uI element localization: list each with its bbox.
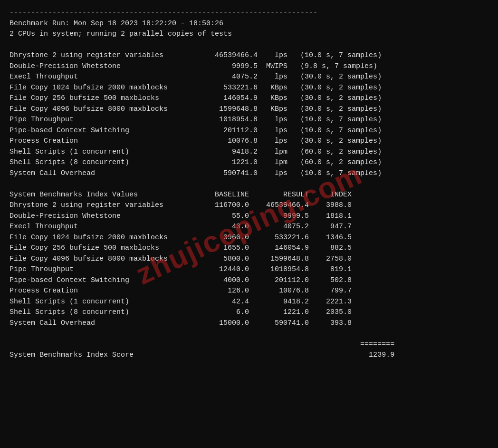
blank-3 — [10, 329, 488, 340]
index-table-row: Execl Throughput 43.0 4075.2 947.7 — [10, 222, 488, 233]
benchmark-row: Shell Scripts (1 concurrent) 9418.2 lpm … — [10, 147, 488, 158]
equals-line: ======== — [10, 340, 488, 351]
index-table-row: Double-Precision Whetstone 55.0 9999.5 1… — [10, 211, 488, 222]
benchmark-row: Execl Throughput 4075.2 lps (30.0 s, 2 s… — [10, 72, 488, 83]
index-table-row: Shell Scripts (1 concurrent) 42.4 9418.2… — [10, 297, 488, 308]
benchmark-row: File Copy 256 bufsize 500 maxblocks 1460… — [10, 93, 488, 104]
score-section: ========System Benchmarks Index Score 12… — [10, 340, 488, 361]
benchmarks-section: Dhrystone 2 using register variables 465… — [10, 50, 488, 179]
benchmark-row: Process Creation 10076.8 lps (30.0 s, 2 … — [10, 136, 488, 147]
benchmark-row: Double-Precision Whetstone 9999.5 MWIPS … — [10, 61, 488, 72]
index-table-header: System Benchmarks Index Values BASELINE … — [10, 190, 488, 201]
benchmark-row: Dhrystone 2 using register variables 465… — [10, 50, 488, 61]
index-table-section: System Benchmarks Index Values BASELINE … — [10, 190, 488, 329]
benchmark-row: Pipe Throughput 1018954.8 lps (10.0 s, 7… — [10, 115, 488, 126]
benchmark-row: File Copy 1024 bufsize 2000 maxblocks 53… — [10, 83, 488, 94]
index-table-row: File Copy 4096 bufsize 8000 maxblocks 58… — [10, 254, 488, 265]
index-table-row: System Call Overhead 15000.0 590741.0 39… — [10, 318, 488, 329]
index-table-row: File Copy 256 bufsize 500 maxblocks 1655… — [10, 243, 488, 254]
index-table-row: Shell Scripts (8 concurrent) 6.0 1221.0 … — [10, 307, 488, 318]
blank-2 — [10, 179, 488, 190]
separator-top: ----------------------------------------… — [10, 8, 488, 19]
terminal-output: ----------------------------------------… — [10, 8, 488, 361]
index-table-row: File Copy 1024 bufsize 2000 maxblocks 39… — [10, 233, 488, 243]
index-table-row: Dhrystone 2 using register variables 116… — [10, 200, 488, 211]
blank-1 — [10, 40, 488, 51]
benchmark-row: Pipe-based Context Switching 201112.0 lp… — [10, 126, 488, 136]
benchmark-run-line: Benchmark Run: Mon Sep 18 2023 18:22:20 … — [10, 19, 488, 29]
benchmark-row: System Call Overhead 590741.0 lps (10.0 … — [10, 168, 488, 179]
benchmark-row: Shell Scripts (8 concurrent) 1221.0 lpm … — [10, 157, 488, 168]
index-table-row: Pipe-based Context Switching 4000.0 2011… — [10, 275, 488, 286]
benchmark-row: File Copy 4096 bufsize 8000 maxblocks 15… — [10, 104, 488, 115]
index-table-row: Pipe Throughput 12440.0 1018954.8 819.1 — [10, 264, 488, 275]
index-table-row: Process Creation 126.0 10076.8 799.7 — [10, 286, 488, 297]
score-row: System Benchmarks Index Score 1239.9 — [10, 350, 488, 361]
cpu-info-line: 2 CPUs in system; running 2 parallel cop… — [10, 29, 488, 40]
